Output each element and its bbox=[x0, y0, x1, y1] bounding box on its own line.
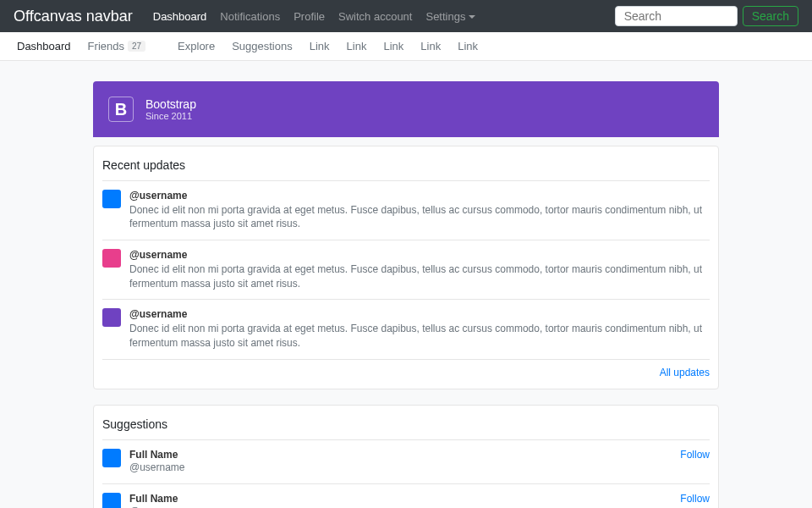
subnav-link[interactable]: Link bbox=[340, 40, 374, 52]
bootstrap-logo-icon: B bbox=[108, 97, 134, 122]
navbar-links: Dashboard Notifications Profile Switch a… bbox=[146, 7, 615, 26]
suggestion-item: Full Name @username Follow bbox=[102, 439, 710, 483]
navbar-brand[interactable]: Offcanvas navbar bbox=[14, 8, 133, 25]
suggestions-heading: Suggestions bbox=[102, 417, 710, 439]
recent-updates-card: Recent updates @username Donec id elit n… bbox=[93, 146, 719, 389]
avatar-icon bbox=[102, 308, 121, 327]
follow-button[interactable]: Follow bbox=[680, 449, 710, 461]
nav-link-switch-account[interactable]: Switch account bbox=[332, 7, 419, 26]
hero-text: Bootstrap Since 2011 bbox=[145, 97, 196, 121]
subnav-link[interactable]: Link bbox=[376, 40, 410, 52]
subnav-link[interactable]: Link bbox=[303, 40, 337, 52]
update-username: @username bbox=[129, 190, 710, 203]
nav-link-notifications[interactable]: Notifications bbox=[213, 7, 287, 26]
search-form: Search bbox=[615, 6, 798, 26]
suggestion-username: @username bbox=[129, 461, 672, 475]
nav-link-settings-dropdown[interactable]: Settings bbox=[419, 7, 482, 26]
suggestion-body: Full Name @username bbox=[129, 449, 672, 475]
subnav-friends[interactable]: Friends 27 bbox=[81, 40, 152, 52]
update-text: Donec id elit non mi porta gravida at eg… bbox=[129, 203, 710, 232]
secondary-navbar: Dashboard Friends 27 Explore Suggestions… bbox=[0, 32, 812, 61]
recent-footer: All updates bbox=[102, 359, 710, 380]
suggestion-name: Full Name bbox=[129, 449, 672, 462]
profile-hero: B Bootstrap Since 2011 bbox=[93, 81, 719, 137]
update-body: @username Donec id elit non mi porta gra… bbox=[129, 308, 710, 350]
update-item: @username Donec id elit non mi porta gra… bbox=[102, 299, 710, 358]
recent-updates-heading: Recent updates bbox=[102, 158, 710, 180]
suggestions-card: Suggestions Full Name @username Follow F… bbox=[93, 405, 719, 508]
search-button[interactable]: Search bbox=[743, 6, 798, 26]
suggestion-name: Full Name bbox=[129, 493, 672, 506]
subnav-dashboard[interactable]: Dashboard bbox=[10, 40, 78, 52]
suggestion-body: Full Name @username bbox=[129, 493, 672, 508]
hero-title: Bootstrap bbox=[145, 97, 196, 111]
nav-link-profile[interactable]: Profile bbox=[287, 7, 332, 26]
update-item: @username Donec id elit non mi porta gra… bbox=[102, 240, 710, 299]
subnav-suggestions[interactable]: Suggestions bbox=[225, 40, 299, 52]
avatar-icon bbox=[102, 493, 121, 508]
update-body: @username Donec id elit non mi porta gra… bbox=[129, 190, 710, 231]
avatar-icon bbox=[102, 249, 121, 268]
suggestion-item: Full Name @username Follow bbox=[102, 483, 710, 508]
subnav-friends-label: Friends bbox=[88, 40, 124, 52]
update-item: @username Donec id elit non mi porta gra… bbox=[102, 180, 710, 240]
all-updates-link[interactable]: All updates bbox=[660, 367, 710, 378]
main-container: B Bootstrap Since 2011 Recent updates @u… bbox=[93, 61, 719, 508]
update-username: @username bbox=[129, 308, 710, 322]
update-text: Donec id elit non mi porta gravida at eg… bbox=[129, 262, 710, 291]
subnav-explore[interactable]: Explore bbox=[171, 40, 222, 52]
search-input[interactable] bbox=[615, 6, 738, 26]
avatar-icon bbox=[102, 449, 121, 467]
avatar-icon bbox=[102, 190, 121, 208]
update-text: Donec id elit non mi porta gravida at eg… bbox=[129, 322, 710, 351]
update-username: @username bbox=[129, 249, 710, 262]
subnav-link[interactable]: Link bbox=[414, 40, 447, 52]
update-body: @username Donec id elit non mi porta gra… bbox=[129, 249, 710, 290]
top-navbar: Offcanvas navbar Dashboard Notifications… bbox=[0, 0, 812, 32]
subnav-link[interactable]: Link bbox=[451, 40, 485, 52]
friends-count-badge: 27 bbox=[128, 41, 145, 52]
follow-button[interactable]: Follow bbox=[680, 493, 710, 505]
hero-subtitle: Since 2011 bbox=[145, 111, 196, 121]
nav-link-dashboard[interactable]: Dashboard bbox=[146, 7, 214, 26]
